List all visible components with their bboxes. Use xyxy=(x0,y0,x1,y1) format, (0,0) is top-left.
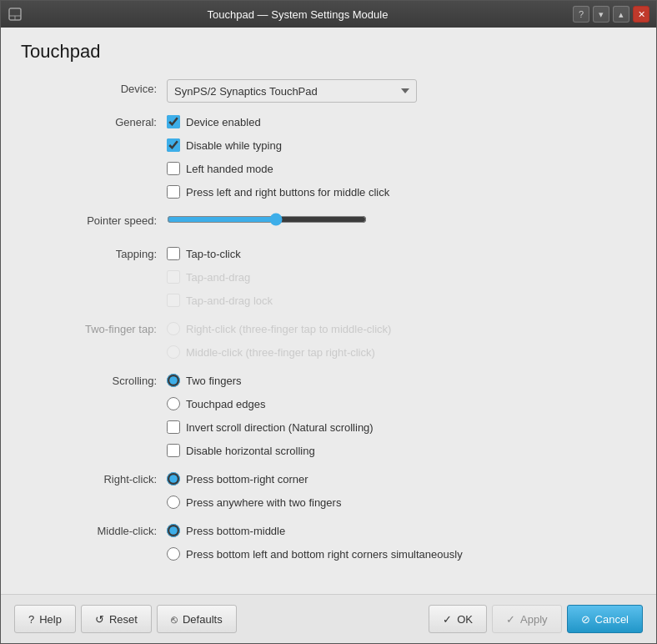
right-click-row: Right-click: Press bottom-right corner P… xyxy=(21,470,636,511)
press-bottom-middle-label: Press bottom-middle xyxy=(186,525,285,537)
two-fingers-radio[interactable] xyxy=(167,374,180,387)
scrolling-row: Scrolling: Two fingers Touchpad edges In… xyxy=(21,371,636,460)
minimize-button[interactable]: ▾ xyxy=(593,6,609,23)
main-window: Touchpad — System Settings Module ? ▾ ▴ … xyxy=(0,0,657,644)
tap-and-drag-row[interactable]: Tap-and-drag xyxy=(167,268,636,286)
titlebar-center: Touchpad — System Settings Module xyxy=(23,8,573,21)
press-anywhere-two-label: Press anywhere with two fingers xyxy=(186,496,341,509)
invert-scroll-checkbox[interactable] xyxy=(167,420,180,434)
form-section: Device: SynPS/2 Synaptics TouchPad Gener… xyxy=(21,79,636,563)
help-button[interactable]: ? Help xyxy=(14,605,76,633)
pointer-speed-controls xyxy=(167,211,636,228)
device-row: Device: SynPS/2 Synaptics TouchPad xyxy=(21,79,636,103)
general-label: General: xyxy=(21,113,167,128)
maximize-button[interactable]: ▴ xyxy=(613,6,629,23)
tapping-row: Tapping: Tap-to-click Tap-and-drag Tap-a… xyxy=(21,244,636,309)
disable-while-typing-label: Disable while typing xyxy=(186,139,282,152)
reset-icon: ↺ xyxy=(95,613,104,626)
press-bottom-left-right-row[interactable]: Press bottom left and bottom right corne… xyxy=(167,545,636,563)
tap-and-drag-lock-row[interactable]: Tap-and-drag lock xyxy=(167,291,636,309)
close-button[interactable]: ✕ xyxy=(633,6,649,23)
tap-and-drag-checkbox[interactable] xyxy=(167,270,180,284)
press-left-right-row[interactable]: Press left and right buttons for middle … xyxy=(167,183,636,201)
titlebar: Touchpad — System Settings Module ? ▾ ▴ … xyxy=(1,1,656,28)
tap-to-click-checkbox[interactable] xyxy=(167,247,180,260)
press-left-right-label: Press left and right buttons for middle … xyxy=(186,186,389,199)
pointer-speed-label: Pointer speed: xyxy=(21,211,167,227)
device-controls: SynPS/2 Synaptics TouchPad xyxy=(167,79,636,103)
apply-button[interactable]: ✓ Apply xyxy=(492,605,562,633)
left-handed-label: Left handed mode xyxy=(186,163,273,175)
middle-click-row: Middle-click: Press bottom-middle Press … xyxy=(21,521,636,563)
middle-click-three-radio[interactable] xyxy=(167,345,180,359)
invert-scroll-label: Invert scroll direction (Natural scrolli… xyxy=(186,421,374,434)
titlebar-buttons: ? ▾ ▴ ✕ xyxy=(573,6,649,23)
content-area: Touchpad Device: SynPS/2 Synaptics Touch… xyxy=(1,28,656,594)
disable-while-typing-checkbox[interactable] xyxy=(167,138,180,152)
middle-click-label: Middle-click: xyxy=(21,521,167,537)
bottom-right-buttons: ✓ OK ✓ Apply ⊘ Cancel xyxy=(429,605,643,633)
window-title: Touchpad — System Settings Module xyxy=(208,8,389,21)
middle-click-three-row[interactable]: Middle-click (three-finger tap right-cli… xyxy=(167,343,636,361)
two-finger-tap-label: Two-finger tap: xyxy=(21,319,167,335)
cancel-label: Cancel xyxy=(595,613,629,626)
press-bottom-left-right-radio[interactable] xyxy=(167,547,180,561)
apply-label: Apply xyxy=(520,613,548,626)
device-enabled-row[interactable]: Device enabled xyxy=(167,113,636,131)
pointer-speed-row: Pointer speed: xyxy=(21,211,636,234)
tap-to-click-row[interactable]: Tap-to-click xyxy=(167,244,636,263)
defaults-icon: ⎋ xyxy=(171,613,178,626)
general-controls: Device enabled Disable while typing Left… xyxy=(167,113,636,201)
left-handed-checkbox[interactable] xyxy=(167,162,180,175)
press-anywhere-two-radio[interactable] xyxy=(167,496,180,509)
press-bottom-right-radio[interactable] xyxy=(167,472,180,486)
disable-horizontal-label: Disable horizontal scrolling xyxy=(186,445,315,457)
press-anywhere-two-row[interactable]: Press anywhere with two fingers xyxy=(167,493,636,511)
general-row: General: Device enabled Disable while ty… xyxy=(21,113,636,201)
right-click-three-radio[interactable] xyxy=(167,322,180,335)
device-enabled-checkbox[interactable] xyxy=(167,115,180,128)
tapping-label: Tapping: xyxy=(21,244,167,260)
apply-icon: ✓ xyxy=(506,613,515,626)
help-label: Help xyxy=(39,613,62,626)
right-click-three-row[interactable]: Right-click (three-finger tap to middle-… xyxy=(167,319,636,338)
page-title: Touchpad xyxy=(21,41,636,63)
ok-button[interactable]: ✓ OK xyxy=(429,605,487,633)
disable-horizontal-checkbox[interactable] xyxy=(167,444,180,457)
left-handed-row[interactable]: Left handed mode xyxy=(167,159,636,178)
press-left-right-checkbox[interactable] xyxy=(167,185,180,199)
scrolling-label: Scrolling: xyxy=(21,371,167,387)
two-finger-tap-controls: Right-click (three-finger tap to middle-… xyxy=(167,319,636,361)
device-enabled-label: Device enabled xyxy=(186,116,261,128)
device-select[interactable]: SynPS/2 Synaptics TouchPad xyxy=(167,79,417,103)
tap-to-click-label: Tap-to-click xyxy=(186,248,241,260)
defaults-button[interactable]: ⎋ Defaults xyxy=(157,605,237,633)
reset-button[interactable]: ↺ Reset xyxy=(81,605,152,633)
device-label: Device: xyxy=(21,79,167,95)
invert-scroll-row[interactable]: Invert scroll direction (Natural scrolli… xyxy=(167,418,636,436)
touchpad-edges-radio[interactable] xyxy=(167,397,180,410)
reset-label: Reset xyxy=(109,613,138,626)
bottom-left-buttons: ? Help ↺ Reset ⎋ Defaults xyxy=(14,605,237,633)
help-titlebar-button[interactable]: ? xyxy=(573,6,589,23)
two-fingers-row[interactable]: Two fingers xyxy=(167,371,636,390)
cancel-button[interactable]: ⊘ Cancel xyxy=(567,605,643,633)
slider-container xyxy=(167,211,367,228)
middle-click-three-label: Middle-click (three-finger tap right-cli… xyxy=(186,346,375,359)
right-click-three-label: Right-click (three-finger tap to middle-… xyxy=(186,323,391,335)
tap-and-drag-label: Tap-and-drag xyxy=(186,271,250,284)
tap-and-drag-lock-label: Tap-and-drag lock xyxy=(186,294,273,307)
press-bottom-middle-row[interactable]: Press bottom-middle xyxy=(167,521,636,540)
cancel-icon: ⊘ xyxy=(581,613,590,626)
disable-horizontal-row[interactable]: Disable horizontal scrolling xyxy=(167,441,636,460)
pointer-speed-slider[interactable] xyxy=(167,211,367,228)
touchpad-edges-row[interactable]: Touchpad edges xyxy=(167,395,636,413)
press-bottom-right-row[interactable]: Press bottom-right corner xyxy=(167,470,636,488)
press-bottom-left-right-label: Press bottom left and bottom right corne… xyxy=(186,548,463,561)
two-fingers-label: Two fingers xyxy=(186,375,241,387)
tap-and-drag-lock-checkbox[interactable] xyxy=(167,294,180,307)
press-bottom-middle-radio[interactable] xyxy=(167,524,180,537)
touchpad-icon xyxy=(8,7,23,22)
disable-while-typing-row[interactable]: Disable while typing xyxy=(167,136,636,154)
touchpad-edges-label: Touchpad edges xyxy=(186,398,265,410)
